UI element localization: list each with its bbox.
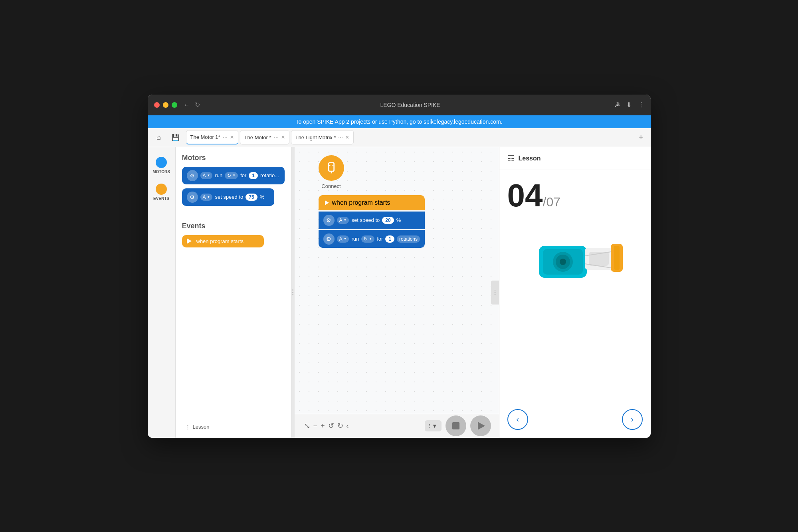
canvas-speed-icon: ⚙ [323, 215, 335, 226]
tab-motor1-close[interactable]: ✕ [230, 134, 234, 140]
canvas-run-for: for [377, 236, 383, 242]
lesson-nav: ‹ › [499, 401, 651, 438]
motor-illustration [515, 222, 635, 294]
menu-icon[interactable]: ⋮ [638, 101, 644, 109]
tab-motor-close[interactable]: ✕ [281, 134, 285, 140]
lesson-sidebar-dots: ⋮ [185, 424, 190, 430]
play-button[interactable] [470, 415, 491, 436]
motors-title: Motors [182, 154, 285, 162]
tab-lightmatrix-more[interactable]: ⋯ [338, 134, 343, 140]
canvas-play-icon [325, 200, 329, 205]
refresh-button[interactable]: ↻ [195, 101, 200, 109]
svg-point-12 [560, 259, 566, 265]
lesson-prev-button[interactable]: ‹ [507, 409, 528, 430]
when-program-starts-block[interactable]: when program starts [182, 235, 264, 247]
canvas-run-unit[interactable]: rotations [397, 235, 420, 243]
canvas-run-port[interactable]: A ▼ [337, 235, 349, 243]
titlebar-actions: ☭ ⇓ ⋮ [614, 101, 644, 109]
save-button[interactable]: 💾 [168, 130, 183, 144]
canvas-when-block[interactable]: when program starts [319, 195, 425, 210]
tab-motor1-more[interactable]: ⋯ [223, 134, 228, 140]
tab-lightmatrix[interactable]: The Light Matrix * ⋯ ✕ [291, 130, 354, 144]
canvas-speed-action: set speed to [351, 217, 380, 223]
canvas-speed-unit: % [396, 217, 401, 223]
svg-rect-0 [329, 162, 334, 171]
events-dot [156, 184, 167, 195]
motors-section: Motors ⚙ A ▼ run ↻ ▼ for 1 rotatio... ⚙ … [182, 154, 285, 209]
canvas-speed-value[interactable]: 20 [382, 217, 394, 224]
lesson-header-title: Lesson [519, 155, 541, 162]
motors-label: MOTORS [152, 170, 170, 174]
app-window: ← ↻ LEGO Education SPIKE ☭ ⇓ ⋮ To open S… [148, 95, 651, 438]
back-tool-button[interactable]: ‹ [345, 420, 350, 432]
close-button[interactable] [154, 102, 160, 108]
download-icon[interactable]: ⇓ [626, 101, 632, 109]
canvas-run-block[interactable]: ⚙ A ▼ run ↻ ▼ for 1 rotations [319, 230, 425, 248]
sidebar-item-motors[interactable]: MOTORS [149, 154, 173, 177]
motor-run-block[interactable]: ⚙ A ▼ run ↻ ▼ for 1 rotatio... [182, 167, 285, 184]
svg-point-3 [332, 165, 333, 166]
lesson-body: 04 /07 [499, 170, 651, 401]
window-title: LEGO Education SPIKE [206, 102, 614, 108]
lesson-number-section: 04 /07 [507, 180, 560, 212]
motor-run-action: run [215, 172, 222, 178]
tab-motor1-label: The Motor 1* [190, 134, 220, 140]
home-button[interactable]: ⌂ [151, 129, 167, 145]
lesson-panel: ☶ Lesson 04 /07 [499, 147, 651, 438]
resize-dots [292, 289, 293, 295]
motor-run-value[interactable]: 1 [249, 172, 258, 179]
connect-button[interactable]: Connect [319, 155, 344, 189]
when-program-label: when program starts [196, 238, 244, 244]
puzzle-icon[interactable]: ☭ [614, 101, 620, 109]
sidebar-nav: MOTORS EVENTS [148, 147, 176, 438]
stop-button[interactable] [446, 415, 466, 436]
tab-lightmatrix-close[interactable]: ✕ [345, 134, 349, 140]
tab-motor-more[interactable]: ⋯ [274, 134, 279, 140]
collapse-lesson-button[interactable]: ⋮ [491, 281, 499, 305]
tabbar: ⌂ 💾 The Motor 1* ⋯ ✕ The Motor * ⋯ ✕ The… [148, 128, 651, 147]
add-tab-button[interactable]: + [635, 131, 648, 144]
blocks-bottom: ⋮ Lesson [182, 414, 285, 431]
canvas-speed-port[interactable]: A ▼ [337, 217, 349, 224]
redo-button[interactable]: ↻ [336, 420, 345, 432]
motor-speed-action: set speed to [215, 194, 243, 200]
resize-handle[interactable] [291, 147, 295, 438]
motor-run-port[interactable]: A ▼ [200, 172, 213, 179]
tab-motor-label: The Motor * [244, 134, 271, 140]
motor-run-direction[interactable]: ↻ ▼ [225, 172, 238, 179]
minimize-button[interactable] [163, 102, 168, 108]
canvas-run-value[interactable]: 1 [385, 235, 394, 243]
blocks-panel: Motors ⚙ A ▼ run ↻ ▼ for 1 rotatio... ⚙ … [176, 147, 291, 438]
back-nav-button[interactable]: ← [184, 101, 190, 109]
canvas-program-group: when program starts ⚙ A ▼ set speed to 2… [319, 195, 425, 248]
collapse-tool-button[interactable]: ⤡ [303, 420, 312, 432]
motor-speed-port[interactable]: A ▼ [200, 194, 213, 201]
tab-motor1[interactable]: The Motor 1* ⋯ ✕ [186, 130, 238, 144]
nav-buttons: ← ↻ [184, 101, 200, 109]
motor-speed-block[interactable]: ⚙ A ▼ set speed to 75 % [182, 188, 274, 206]
info-banner: To open SPIKE App 2 projects or use Pyth… [148, 115, 651, 128]
undo-button[interactable]: ↺ [327, 420, 336, 432]
traffic-lights [154, 102, 177, 108]
lesson-next-button[interactable]: › [622, 409, 643, 430]
canvas-speed-block[interactable]: ⚙ A ▼ set speed to 20 % [319, 212, 425, 229]
sidebar-item-events[interactable]: EVENTS [149, 180, 173, 204]
grid-dropdown-arrow: ▼ [432, 423, 438, 429]
motor-run-for: for [240, 172, 246, 178]
lesson-sidebar-button[interactable]: ⋮ Lesson [182, 422, 285, 431]
maximize-button[interactable] [172, 102, 177, 108]
playback-section: ⁝ ▼ [425, 415, 491, 436]
main-content: MOTORS EVENTS Motors ⚙ A ▼ run ↻ ▼ for 1… [148, 147, 651, 438]
canvas-area[interactable]: Connect when program starts ⚙ A ▼ set sp… [295, 147, 499, 438]
zoom-in-button[interactable]: + [319, 420, 327, 432]
canvas-run-direction[interactable]: ↻ ▼ [361, 235, 374, 243]
motors-dot [156, 157, 167, 168]
tab-motor[interactable]: The Motor * ⋯ ✕ [240, 130, 289, 144]
grid-button[interactable]: ⁝ ▼ [425, 420, 442, 431]
events-label: EVENTS [153, 196, 169, 201]
zoom-out-button[interactable]: − [312, 420, 319, 432]
canvas-bottom-toolbar: ⤡ − + ↺ ↻ ‹ ⁝ ▼ [295, 414, 499, 438]
motor-speed-value[interactable]: 75 [246, 194, 257, 201]
titlebar: ← ↻ LEGO Education SPIKE ☭ ⇓ ⋮ [148, 95, 651, 115]
motor-run-icon: ⚙ [187, 170, 198, 181]
